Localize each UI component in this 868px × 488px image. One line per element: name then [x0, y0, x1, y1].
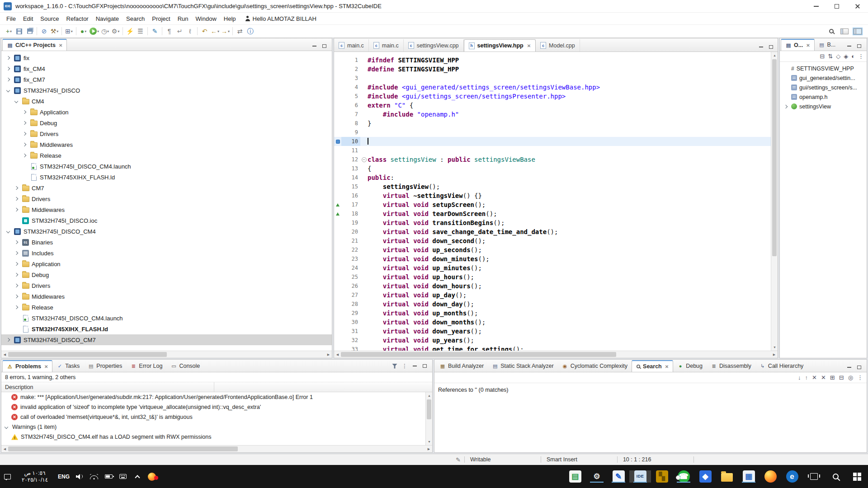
minimize-button[interactable]: [806, 0, 826, 12]
highlighter-button[interactable]: ✎: [150, 26, 160, 37]
tree-item-fix[interactable]: fix: [1, 52, 332, 63]
expand-arrow-icon[interactable]: [13, 273, 19, 276]
view-menu-button[interactable]: ⋮: [858, 53, 864, 60]
code-text[interactable]: class settingsView : public settingsView…: [368, 155, 771, 164]
open-perspective-button[interactable]: [839, 26, 849, 37]
code-text[interactable]: virtual void down_day();: [368, 300, 771, 309]
code-line-5[interactable]: 5#include <gui/settings_screen/settingsP…: [334, 92, 771, 101]
tree-item-debug[interactable]: Debug: [1, 117, 332, 128]
scroll-left-icon[interactable]: ◀: [1, 351, 8, 358]
target-status-button[interactable]: ☰: [135, 26, 146, 37]
maximize-view-button[interactable]: [856, 366, 862, 369]
tab-tasks[interactable]: ✓Tasks: [52, 360, 84, 372]
code-line-14[interactable]: 14public:: [334, 173, 771, 182]
code-text[interactable]: virtual void up_months();: [368, 309, 771, 318]
forward-history-button[interactable]: →▾: [220, 26, 231, 37]
error-row[interactable]: ✕make: *** [Application/User/generated/s…: [1, 392, 432, 402]
code-text[interactable]: virtual void get_time_for_settings();: [368, 345, 771, 351]
blue-browser-app[interactable]: e: [781, 470, 803, 483]
expand-arrow-icon[interactable]: [5, 230, 11, 233]
editor-tab-settingsview-hpp[interactable]: hsettingsView.hpp✕: [464, 39, 536, 52]
menu-file[interactable]: File: [3, 14, 19, 24]
tree-item-stm32h745xihx-flash-ld[interactable]: STM32H745XIHX_FLASH.ld: [1, 172, 332, 183]
tab-debug[interactable]: ●Debug: [673, 360, 707, 372]
whatsapp-app[interactable]: ☎: [673, 470, 694, 483]
network-button[interactable]: [87, 474, 101, 479]
outline-item-gui-settings-screen-s[interactable]: gui/settings_screen/s...: [780, 83, 867, 92]
hscroll-thumb[interactable]: [341, 352, 616, 357]
code-line-29[interactable]: 29 virtual void up_months();: [334, 309, 771, 318]
code-text[interactable]: #define SETTINGSVIEW_HPP: [368, 65, 771, 74]
expand-arrow-icon[interactable]: [13, 295, 19, 298]
hide-static-button[interactable]: ◈: [844, 53, 848, 60]
tree-item-release[interactable]: Release: [1, 302, 332, 313]
scroll-down-icon[interactable]: ▼: [426, 438, 433, 445]
touch-keyboard-button[interactable]: [116, 474, 130, 479]
code-text[interactable]: [368, 137, 771, 146]
code-text[interactable]: [368, 128, 771, 137]
store-app[interactable]: ▦: [738, 470, 760, 483]
code-line-12[interactable]: 12−class settingsView : public settingsV…: [334, 155, 771, 164]
taskbar-clock[interactable]: ١٠:٥٦ ص ٢٠٢٥/١٠/١٤: [14, 465, 55, 488]
expand-arrow-icon[interactable]: [5, 67, 11, 70]
minimize-editor-button[interactable]: [758, 47, 764, 47]
editor-tab-main-c[interactable]: cmain.c: [334, 39, 369, 52]
expand-arrow-icon[interactable]: [13, 208, 19, 211]
code-line-33[interactable]: 33 virtual void get_time_for_settings();: [334, 345, 771, 351]
code-line-28[interactable]: 28 virtual void down_day();: [334, 300, 771, 309]
pin-view-button[interactable]: ◎: [848, 374, 853, 381]
code-text[interactable]: virtual void down_months();: [368, 318, 771, 327]
code-area[interactable]: 1#ifndef SETTINGSVIEW_HPP2#define SETTIN…: [334, 52, 771, 351]
menu-run[interactable]: Run: [174, 14, 192, 24]
code-line-16[interactable]: 16 virtual ~settingsView() {}: [334, 191, 771, 200]
minimize-view-button[interactable]: [311, 46, 317, 47]
new-wizard-button[interactable]: +▾: [4, 26, 14, 37]
code-line-20[interactable]: 20 virtual void save_change_date_time_an…: [334, 227, 771, 236]
search-button[interactable]: [826, 26, 836, 37]
code-line-19[interactable]: 19 virtual void transitionBegins();: [334, 218, 771, 227]
description-column-header[interactable]: Description: [1, 382, 432, 392]
tab-static-stack-analyzer[interactable]: ▤Static Stack Analyzer: [488, 360, 557, 372]
close-tab-icon[interactable]: ✕: [527, 43, 531, 48]
tab-disassembly[interactable]: ≣Disassembly: [707, 360, 755, 372]
editor-hscrollbar[interactable]: ◀ ▶: [334, 351, 778, 358]
code-text[interactable]: extern "C" {: [368, 101, 771, 110]
editor-tab-settingsview-cpp[interactable]: csettingsView.cpp: [404, 39, 464, 52]
blue-tool-app[interactable]: ◆: [694, 470, 716, 483]
menu-help[interactable]: Help: [220, 14, 240, 24]
menu-edit[interactable]: Edit: [19, 14, 37, 24]
expand-arrow-icon[interactable]: [21, 111, 28, 113]
outline-tab-b[interactable]: ▤B...: [815, 39, 840, 51]
expand-arrow-icon[interactable]: [3, 426, 9, 428]
profile-button[interactable]: ◷▾: [100, 26, 110, 37]
code-line-7[interactable]: 7 #include "openamp.h": [334, 110, 771, 119]
tree-item-drivers[interactable]: Drivers: [1, 280, 332, 291]
expand-arrow-icon[interactable]: [5, 56, 11, 59]
filter-button[interactable]: [392, 364, 398, 369]
expand-arrow-icon[interactable]: [13, 241, 19, 244]
expand-all-button[interactable]: ⊞: [830, 374, 835, 381]
cpp-perspective-button[interactable]: [852, 26, 863, 37]
tab-problems[interactable]: ⚠Problems✕: [2, 360, 52, 372]
editor-tab-model-cpp[interactable]: cModel.cpp: [536, 39, 580, 52]
code-text[interactable]: [368, 146, 771, 155]
code-line-10[interactable]: 10: [334, 137, 771, 146]
code-text[interactable]: virtual ~settingsView() {}: [368, 191, 771, 200]
outline-item-openamp-h[interactable]: openamp.h: [780, 92, 867, 102]
tree-item-application[interactable]: Application: [1, 258, 332, 269]
code-text[interactable]: #include <gui_generated/settings_screen/…: [368, 83, 771, 92]
tree-item-release[interactable]: Release: [1, 150, 332, 161]
tree-item-middlewares[interactable]: Middlewares: [1, 204, 332, 215]
code-line-9[interactable]: 9: [334, 128, 771, 137]
hidden-icons-chevron-button[interactable]: [130, 474, 145, 479]
battery-button[interactable]: [101, 474, 116, 479]
code-line-23[interactable]: 23 virtual void down_minutes();: [334, 254, 771, 263]
save-all-button[interactable]: [24, 26, 35, 37]
code-line-15[interactable]: 15 settingsView();: [334, 182, 771, 191]
minimize-view-button[interactable]: [411, 366, 418, 366]
code-text[interactable]: virtual void save_change_date_time_and_d…: [368, 227, 771, 236]
file-explorer-app[interactable]: [716, 471, 738, 482]
code-line-2[interactable]: 2#define SETTINGSVIEW_HPP: [334, 65, 771, 74]
save-button[interactable]: [14, 26, 24, 37]
tree-item-stm32h745i-disco[interactable]: STM32H745I_DISCO: [1, 85, 332, 96]
